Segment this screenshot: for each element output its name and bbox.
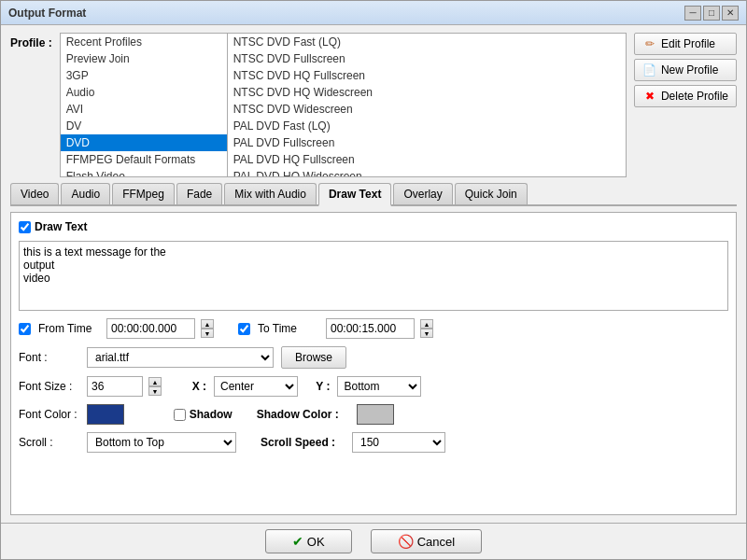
tab-fade[interactable]: Fade bbox=[176, 183, 222, 204]
x-position-select[interactable]: Center Left Right bbox=[214, 376, 298, 397]
from-time-spinner: ▲ ▼ bbox=[201, 319, 214, 338]
tab-quick-join[interactable]: Quick Join bbox=[455, 183, 528, 204]
browse-button[interactable]: Browse bbox=[281, 346, 346, 369]
edit-icon: ✏ bbox=[642, 36, 657, 51]
profile-list-right[interactable]: NTSC DVD Fast (LQ) NTSC DVD Fullscreen N… bbox=[228, 33, 627, 177]
edit-profile-button[interactable]: ✏ Edit Profile bbox=[634, 33, 737, 55]
text-message-input[interactable]: this is a text message for the output vi… bbox=[19, 241, 728, 311]
color-shadow-row: Font Color : Shadow Shadow Color : bbox=[19, 404, 728, 425]
fontsize-xy-row: Font Size : ▲ ▼ X : Center Left Right Y … bbox=[19, 376, 728, 397]
tab-video[interactable]: Video bbox=[10, 183, 59, 204]
profile-lists: Recent Profiles Preview Join 3GP Audio A… bbox=[60, 33, 627, 177]
scroll-label: Scroll : bbox=[19, 436, 79, 449]
list-item[interactable]: AVI bbox=[61, 101, 227, 118]
scroll-speed-label: Scroll Speed : bbox=[261, 436, 345, 449]
to-time-label: To Time bbox=[258, 322, 318, 335]
ok-icon: ✔ bbox=[292, 534, 303, 549]
list-item-flash-video[interactable]: Flash Video bbox=[61, 168, 227, 177]
draw-text-check-row: Draw Text bbox=[19, 220, 728, 233]
font-label: Font : bbox=[19, 351, 79, 364]
shadow-color-label: Shadow Color : bbox=[257, 408, 339, 421]
main-content: Profile : Recent Profiles Preview Join 3… bbox=[1, 25, 746, 523]
to-time-up[interactable]: ▲ bbox=[420, 319, 433, 329]
scroll-row: Scroll : Bottom to Top None Top to Botto… bbox=[19, 432, 728, 453]
font-row: Font : arial.ttf Browse bbox=[19, 346, 728, 369]
y-label: Y : bbox=[316, 380, 330, 393]
draw-text-panel: Draw Text this is a text message for the… bbox=[10, 212, 737, 515]
font-select[interactable]: arial.ttf bbox=[87, 347, 274, 368]
list-item-dvd[interactable]: DVD bbox=[61, 134, 227, 151]
main-window: Output Format ─ □ ✕ Profile : Recent Pro… bbox=[0, 0, 747, 560]
shadow-color-swatch[interactable] bbox=[357, 404, 394, 425]
window-controls: ─ □ ✕ bbox=[684, 6, 739, 21]
tab-overlay[interactable]: Overlay bbox=[393, 183, 452, 204]
shadow-checkbox[interactable] bbox=[174, 409, 186, 421]
list-item[interactable]: PAL DVD HQ Widescreen bbox=[228, 168, 626, 177]
font-color-swatch[interactable] bbox=[87, 404, 124, 425]
tab-mix-with-audio[interactable]: Mix with Audio bbox=[224, 183, 317, 204]
x-label: X : bbox=[192, 380, 206, 393]
title-bar: Output Format ─ □ ✕ bbox=[1, 1, 746, 25]
list-item[interactable]: FFMPEG Default Formats bbox=[61, 151, 227, 168]
list-item[interactable]: NTSC DVD Widescreen bbox=[228, 101, 626, 118]
list-item[interactable]: 3GP bbox=[61, 67, 227, 84]
font-size-input[interactable] bbox=[87, 376, 143, 397]
window-title: Output Format bbox=[8, 7, 86, 20]
font-size-label: Font Size : bbox=[19, 380, 79, 393]
font-size-up[interactable]: ▲ bbox=[148, 377, 162, 386]
minimize-button[interactable]: ─ bbox=[684, 6, 701, 21]
font-color-label: Font Color : bbox=[19, 408, 79, 421]
tab-ffmpeg[interactable]: FFMpeg bbox=[112, 183, 175, 204]
ok-button[interactable]: ✔ OK bbox=[265, 529, 352, 553]
list-item[interactable]: DV bbox=[61, 118, 227, 134]
list-item[interactable]: PAL DVD Fast (LQ) bbox=[228, 118, 626, 134]
profile-list-left[interactable]: Recent Profiles Preview Join 3GP Audio A… bbox=[60, 33, 228, 177]
font-size-down[interactable]: ▼ bbox=[148, 386, 162, 396]
list-item[interactable]: PAL DVD Fullscreen bbox=[228, 134, 626, 151]
list-item[interactable]: NTSC DVD HQ Fullscreen bbox=[228, 67, 626, 84]
list-item[interactable]: Preview Join bbox=[61, 50, 227, 67]
to-time-spinner: ▲ ▼ bbox=[420, 319, 433, 338]
from-time-input[interactable] bbox=[106, 318, 195, 339]
to-time-checkbox[interactable] bbox=[238, 323, 250, 335]
profile-section: Profile : Recent Profiles Preview Join 3… bbox=[10, 33, 737, 177]
list-item[interactable]: NTSC DVD HQ Widescreen bbox=[228, 84, 626, 101]
time-row: From Time ▲ ▼ To Time ▲ ▼ bbox=[19, 318, 728, 339]
y-position-select[interactable]: Bottom Top Center bbox=[337, 376, 421, 397]
tabs-bar: Video Audio FFMpeg Fade Mix with Audio D… bbox=[10, 183, 737, 206]
close-button[interactable]: ✕ bbox=[722, 6, 739, 21]
from-time-checkbox[interactable] bbox=[19, 323, 31, 335]
tab-draw-text[interactable]: Draw Text bbox=[318, 183, 391, 206]
profile-buttons: ✏ Edit Profile 📄 New Profile ✖ Delete Pr… bbox=[634, 33, 737, 107]
maximize-button[interactable]: □ bbox=[703, 6, 720, 21]
draw-text-checkbox[interactable] bbox=[19, 221, 31, 233]
profile-label: Profile : bbox=[10, 33, 52, 49]
to-time-input[interactable] bbox=[326, 318, 415, 339]
list-item[interactable]: NTSC DVD Fast (LQ) bbox=[228, 34, 626, 50]
shadow-checkbox-label: Shadow bbox=[174, 408, 233, 421]
scroll-select[interactable]: Bottom to Top None Top to Bottom Left to… bbox=[87, 432, 236, 453]
list-item[interactable]: NTSC DVD Fullscreen bbox=[228, 50, 626, 67]
from-time-label: From Time bbox=[38, 322, 99, 335]
bottom-bar: ✔ OK 🚫 Cancel bbox=[1, 523, 746, 559]
font-size-spinner: ▲ ▼ bbox=[148, 377, 162, 396]
delete-icon: ✖ bbox=[642, 89, 657, 104]
cancel-icon: 🚫 bbox=[398, 534, 414, 549]
from-time-down[interactable]: ▼ bbox=[201, 329, 214, 338]
new-profile-button[interactable]: 📄 New Profile bbox=[634, 59, 737, 81]
cancel-button[interactable]: 🚫 Cancel bbox=[371, 529, 482, 553]
list-item[interactable]: PAL DVD HQ Fullscreen bbox=[228, 151, 626, 168]
list-item[interactable]: Audio bbox=[61, 84, 227, 101]
new-icon: 📄 bbox=[642, 63, 657, 77]
delete-profile-button[interactable]: ✖ Delete Profile bbox=[634, 85, 737, 107]
scroll-speed-select[interactable]: 150 50 100 200 250 bbox=[352, 432, 445, 453]
list-item[interactable]: Recent Profiles bbox=[61, 34, 227, 50]
draw-text-checkbox-label: Draw Text bbox=[35, 220, 87, 233]
to-time-down[interactable]: ▼ bbox=[420, 329, 433, 338]
from-time-up[interactable]: ▲ bbox=[201, 319, 214, 329]
tab-audio[interactable]: Audio bbox=[61, 183, 110, 204]
